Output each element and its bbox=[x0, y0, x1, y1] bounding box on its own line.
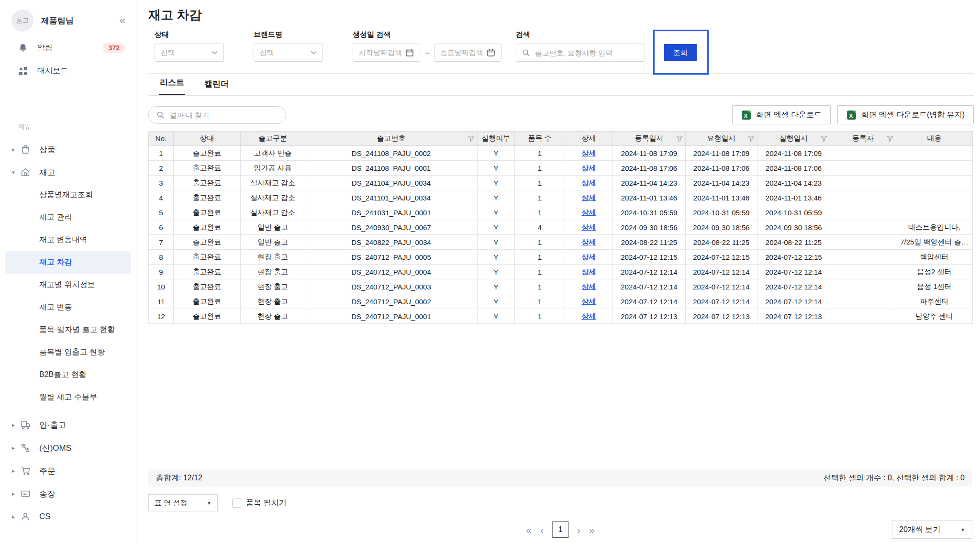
cell-detail[interactable]: 상세 bbox=[565, 294, 613, 309]
filter-funnel-icon[interactable] bbox=[887, 135, 893, 142]
cell-executed-at[interactable]: 2024-11-08 17:09 bbox=[757, 146, 830, 161]
sidebar-subitem[interactable]: 상품별재고조회 bbox=[5, 184, 131, 206]
cell-no[interactable]: 7 bbox=[149, 235, 174, 250]
cell-note[interactable] bbox=[896, 176, 973, 190]
cell-registrant[interactable] bbox=[830, 279, 896, 294]
cell-note[interactable]: 테스트용입니다. bbox=[896, 220, 973, 235]
detail-link[interactable]: 상세 bbox=[582, 253, 596, 261]
cell-executed[interactable]: Y bbox=[478, 161, 515, 176]
cell-status[interactable]: 출고완료 bbox=[174, 205, 241, 220]
cell-executed-at[interactable]: 2024-08-22 11:25 bbox=[757, 235, 830, 250]
detail-link[interactable]: 상세 bbox=[582, 238, 596, 246]
cell-type[interactable]: 현장 출고 bbox=[241, 294, 305, 309]
cell-no[interactable]: 2 bbox=[149, 161, 174, 176]
sidebar-subitem[interactable]: 재고 관리 bbox=[5, 206, 131, 229]
cell-number[interactable]: DS_241108_PAJU_0001 bbox=[305, 161, 478, 176]
date-end-input[interactable]: 종료날짜검색 bbox=[434, 44, 501, 62]
cell-registrant[interactable] bbox=[830, 176, 896, 190]
cell-no[interactable]: 4 bbox=[149, 190, 174, 205]
cell-item-count[interactable]: 1 bbox=[515, 161, 565, 176]
cell-note[interactable]: 음성2 센터 bbox=[896, 265, 973, 279]
cell-registrant[interactable] bbox=[830, 190, 896, 205]
cell-registrant[interactable] bbox=[830, 250, 896, 265]
cell-status[interactable]: 출고완료 bbox=[174, 190, 241, 205]
sidebar-group-orders[interactable]: ▸ 주문 bbox=[0, 459, 136, 482]
cell-note[interactable]: 7/25일 백암센터 출… bbox=[896, 235, 973, 250]
cell-number[interactable]: DS_241031_PAJU_0001 bbox=[305, 205, 478, 220]
cell-no[interactable]: 6 bbox=[149, 220, 174, 235]
cell-detail[interactable]: 상세 bbox=[565, 176, 613, 190]
detail-link[interactable]: 상세 bbox=[582, 164, 596, 172]
cell-detail[interactable]: 상세 bbox=[565, 235, 613, 250]
filter-funnel-icon[interactable] bbox=[748, 135, 755, 142]
sidebar-group-inventory[interactable]: ▾ 재고 bbox=[0, 161, 136, 184]
detail-link[interactable]: 상세 bbox=[582, 297, 596, 305]
detail-link[interactable]: 상세 bbox=[582, 208, 596, 216]
cell-registered-at[interactable]: 2024-11-04 14:23 bbox=[613, 176, 686, 190]
detail-link[interactable]: 상세 bbox=[582, 193, 596, 201]
detail-link[interactable]: 상세 bbox=[582, 178, 596, 187]
cell-number[interactable]: DS_240712_PAJU_0001 bbox=[305, 309, 478, 324]
cell-item-count[interactable]: 1 bbox=[515, 294, 565, 309]
calendar-icon[interactable] bbox=[487, 48, 495, 57]
cell-no[interactable]: 10 bbox=[149, 279, 174, 294]
cell-executed[interactable]: Y bbox=[478, 190, 515, 205]
cell-number[interactable]: DS_240822_PAJU_0034 bbox=[305, 235, 478, 250]
cell-registered-at[interactable]: 2024-11-08 17:06 bbox=[613, 161, 686, 176]
cell-status[interactable]: 출고완료 bbox=[174, 294, 241, 309]
cell-registered-at[interactable]: 2024-07-12 12:14 bbox=[613, 294, 686, 309]
cell-number[interactable]: DS_240712_PAJU_0005 bbox=[305, 250, 478, 265]
cell-requested-at[interactable]: 2024-09-30 18:56 bbox=[686, 220, 757, 235]
cell-type[interactable]: 현장 출고 bbox=[241, 279, 305, 294]
expand-items-checkbox[interactable] bbox=[232, 499, 241, 508]
cell-note[interactable] bbox=[896, 205, 973, 220]
detail-link[interactable]: 상세 bbox=[582, 282, 596, 290]
detail-link[interactable]: 상세 bbox=[582, 312, 596, 320]
cell-note[interactable]: 백암센터 bbox=[896, 250, 973, 265]
cell-status[interactable]: 출고완료 bbox=[174, 265, 241, 279]
cell-no[interactable]: 8 bbox=[149, 250, 174, 265]
cell-status[interactable]: 출고완료 bbox=[174, 161, 241, 176]
sidebar-subitem[interactable]: B2B출고 현황 bbox=[5, 364, 131, 386]
cell-no[interactable]: 9 bbox=[149, 265, 174, 279]
cell-type[interactable]: 일반 출고 bbox=[241, 220, 305, 235]
cell-status[interactable]: 출고완료 bbox=[174, 279, 241, 294]
sidebar-collapse-icon[interactable]: « bbox=[120, 14, 125, 27]
cell-executed[interactable]: Y bbox=[478, 250, 515, 265]
cell-item-count[interactable]: 1 bbox=[515, 190, 565, 205]
cell-registrant[interactable] bbox=[830, 235, 896, 250]
cell-detail[interactable]: 상세 bbox=[565, 146, 613, 161]
keyword-search-input[interactable] bbox=[535, 49, 639, 57]
tab-list[interactable]: 리스트 bbox=[159, 77, 185, 95]
cell-type[interactable]: 현장 출고 bbox=[241, 250, 305, 265]
cell-note[interactable]: 파주센터 bbox=[896, 294, 973, 309]
cell-type[interactable]: 현장 출고 bbox=[241, 309, 305, 324]
cell-detail[interactable]: 상세 bbox=[565, 161, 613, 176]
sidebar-group-invoice[interactable]: ▸ 송장 bbox=[0, 482, 136, 505]
cell-item-count[interactable]: 1 bbox=[515, 279, 565, 294]
cell-executed[interactable]: Y bbox=[478, 220, 515, 235]
cell-note[interactable]: 남양주 센터 bbox=[896, 309, 973, 324]
cell-registrant[interactable] bbox=[830, 294, 896, 309]
cell-type[interactable]: 실사재고 감소 bbox=[241, 176, 305, 190]
cell-type[interactable]: 일반 출고 bbox=[241, 235, 305, 250]
cell-executed-at[interactable]: 2024-10-31 05:59 bbox=[757, 205, 830, 220]
cell-executed[interactable]: Y bbox=[478, 146, 515, 161]
first-page-button[interactable]: « bbox=[526, 525, 532, 535]
sidebar-group-inout[interactable]: ▸ 입·출고 bbox=[0, 413, 136, 436]
cell-note[interactable]: 음성 1센터 bbox=[896, 279, 973, 294]
cell-registered-at[interactable]: 2024-07-12 12:14 bbox=[613, 265, 686, 279]
cell-registered-at[interactable]: 2024-08-22 11:25 bbox=[613, 235, 686, 250]
cell-requested-at[interactable]: 2024-11-01 13:46 bbox=[686, 190, 757, 205]
cell-item-count[interactable]: 1 bbox=[515, 205, 565, 220]
cell-executed-at[interactable]: 2024-11-08 17:06 bbox=[757, 161, 830, 176]
cell-registrant[interactable] bbox=[830, 309, 896, 324]
cell-detail[interactable]: 상세 bbox=[565, 220, 613, 235]
cell-item-count[interactable]: 1 bbox=[515, 235, 565, 250]
sidebar-group-oms[interactable]: ▸ (신)OMS bbox=[0, 436, 136, 459]
cell-requested-at[interactable]: 2024-11-08 17:09 bbox=[686, 146, 757, 161]
cell-item-count[interactable]: 4 bbox=[515, 220, 565, 235]
cell-number[interactable]: DS_240930_PAJU_0067 bbox=[305, 220, 478, 235]
cell-status[interactable]: 출고완료 bbox=[174, 220, 241, 235]
tab-calendar[interactable]: 캘린더 bbox=[203, 78, 230, 95]
